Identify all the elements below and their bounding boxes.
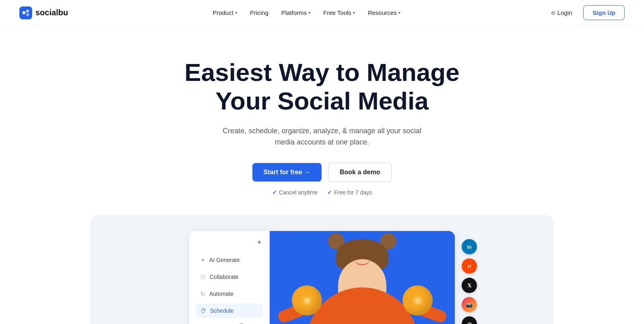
badge-cancel: ✓ Cancel anytime xyxy=(272,189,318,196)
smile xyxy=(354,258,370,265)
login-button[interactable]: ⎋ Login xyxy=(545,6,579,19)
schedule-icon: ⏱ xyxy=(200,307,206,314)
menu-item-schedule[interactable]: ⏱ Schedule xyxy=(196,303,263,318)
ai-icon: ✦ xyxy=(200,257,205,263)
right-image-area xyxy=(270,231,455,324)
social-icon-instagram[interactable]: 📷 xyxy=(462,297,477,312)
nav-product[interactable]: Product ▾ xyxy=(207,6,243,19)
star-icon: ✦ xyxy=(256,237,263,247)
navbar: socialbu Product ▾ Pricing Platforms ▾ F… xyxy=(0,0,644,26)
preview-background: ✦ ✦ AI Generate ⚇ Collaborate ↻ Automate xyxy=(90,215,554,324)
left-menu-panel: ✦ ✦ AI Generate ⚇ Collaborate ↻ Automate xyxy=(189,231,270,324)
badge-free-trial: ✓ Free for 7 days xyxy=(327,189,372,196)
hero-badges: ✓ Cancel anytime ✓ Free for 7 days xyxy=(272,189,372,196)
hero-image xyxy=(270,231,455,324)
collaborate-icon: ⚇ xyxy=(200,274,206,280)
nav-resources[interactable]: Resources ▾ xyxy=(362,6,406,19)
chevron-down-icon: ▾ xyxy=(308,10,310,15)
signup-button[interactable]: Sign Up xyxy=(583,5,625,20)
brand-logo[interactable]: socialbu xyxy=(19,6,68,19)
social-icon-threads[interactable]: @ xyxy=(462,316,477,324)
nav-platforms[interactable]: Platforms ▾ xyxy=(276,6,316,19)
svg-rect-2 xyxy=(26,13,29,16)
social-sidebar: inr/𝕏📷@f♪P☁▶ xyxy=(462,239,477,324)
start-free-button[interactable]: Start for free → xyxy=(252,163,322,182)
hero-section: Easiest Way to Manage Your Social Media … xyxy=(0,26,644,196)
logo-icon xyxy=(19,6,32,19)
book-demo-button[interactable]: Book a demo xyxy=(328,163,392,182)
check-icon: ✓ xyxy=(327,189,332,196)
nav-right: ⎋ Login Sign Up xyxy=(545,5,625,20)
social-icon-reddit[interactable]: r/ xyxy=(462,258,477,274)
svg-rect-0 xyxy=(23,11,25,14)
menu-item-automate[interactable]: ↻ Automate xyxy=(196,287,263,301)
brand-name: socialbu xyxy=(35,8,68,17)
social-icon-twitter[interactable]: 𝕏 xyxy=(462,278,477,293)
woman-illustration xyxy=(270,231,455,324)
orange-left xyxy=(292,285,322,316)
automate-icon: ↻ xyxy=(200,291,205,297)
hero-subtitle: Create, schedule, organize, analyze, & m… xyxy=(217,125,427,149)
social-icon-linkedin[interactable]: in xyxy=(462,239,477,254)
preview-container: ✦ ✦ AI Generate ⚇ Collaborate ↻ Automate xyxy=(80,215,564,324)
preview-inner: ✦ ✦ AI Generate ⚇ Collaborate ↻ Automate xyxy=(189,231,455,324)
menu-item-collaborate[interactable]: ⚇ Collaborate xyxy=(196,270,263,284)
chevron-down-icon: ▾ xyxy=(353,10,355,15)
orange-right xyxy=(402,285,433,316)
check-icon: ✓ xyxy=(272,189,277,196)
body xyxy=(306,287,419,324)
nav-links: Product ▾ Pricing Platforms ▾ Free Tools… xyxy=(207,6,406,19)
chevron-down-icon: ▾ xyxy=(235,10,237,15)
hero-buttons: Start for free → Book a demo xyxy=(252,163,392,182)
dashboard-card: ✦ ✦ AI Generate ⚇ Collaborate ↻ Automate xyxy=(189,231,455,324)
nav-free-tools[interactable]: Free Tools ▾ xyxy=(318,6,361,19)
menu-item-ai[interactable]: ✦ AI Generate xyxy=(196,253,263,267)
chevron-down-icon: ▾ xyxy=(398,10,400,15)
svg-rect-1 xyxy=(26,10,29,12)
hero-title: Easiest Way to Manage Your Social Media xyxy=(184,58,459,116)
nav-pricing[interactable]: Pricing xyxy=(244,6,274,19)
panel-header: ✦ xyxy=(196,237,263,247)
